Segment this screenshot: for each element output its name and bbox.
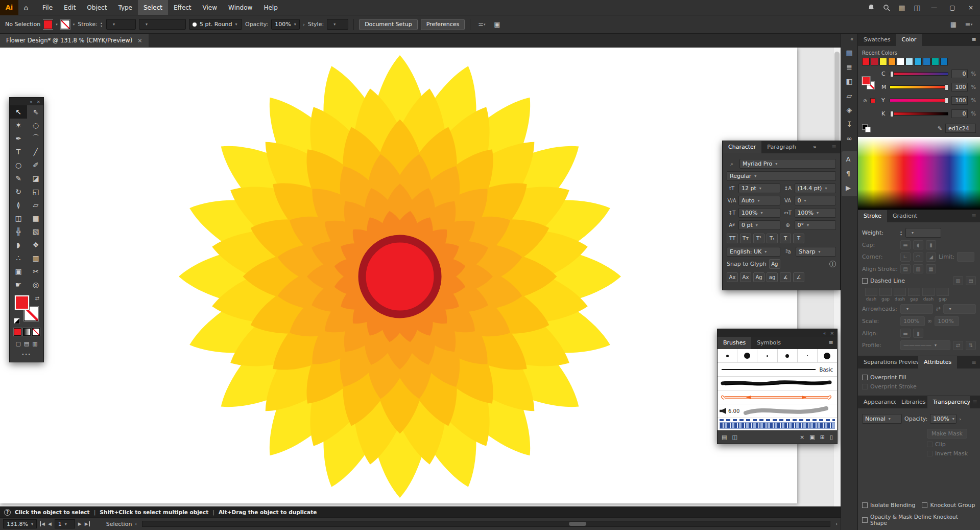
- tab-libraries[interactable]: Libraries: [896, 396, 927, 408]
- font-family-select[interactable]: Myriad Pro: [739, 159, 836, 169]
- knockout-group-checkbox[interactable]: [922, 502, 927, 508]
- all-caps-button[interactable]: TT: [727, 234, 738, 243]
- small-caps-button[interactable]: Tт: [740, 234, 751, 243]
- default-fill-stroke-icon[interactable]: [14, 318, 20, 324]
- align-outside-icon[interactable]: ▦: [926, 264, 936, 273]
- dash-gap-field[interactable]: dash: [922, 288, 935, 302]
- brush-options-icon[interactable]: ▣: [809, 434, 815, 441]
- actions-panel-icon[interactable]: ▶: [842, 181, 855, 194]
- menu-item-effect[interactable]: Effect: [168, 0, 197, 15]
- maximize-button[interactable]: ▢: [943, 0, 962, 15]
- slider-thumb[interactable]: [890, 71, 894, 77]
- rotation-select[interactable]: 0°: [795, 220, 836, 230]
- workspace-switcher-icon[interactable]: ▦: [894, 0, 910, 15]
- links-panel-icon[interactable]: ∞: [843, 132, 856, 145]
- transparency-opacity-select[interactable]: 100%: [930, 414, 957, 424]
- none-button[interactable]: [32, 328, 40, 336]
- close-document-icon[interactable]: ×: [137, 37, 142, 44]
- document-tab[interactable]: Flower Design* @ 131.8 % (CMYK/Preview) …: [0, 34, 149, 47]
- channel-slider[interactable]: [890, 112, 948, 116]
- recent-color-swatch[interactable]: [931, 58, 939, 65]
- align-inside-icon[interactable]: ▥: [913, 264, 923, 273]
- menu-item-window[interactable]: Window: [223, 0, 258, 15]
- artboard-number-select[interactable]: 1: [55, 519, 75, 528]
- recent-color-swatch[interactable]: [888, 58, 896, 65]
- underline-button[interactable]: T: [780, 234, 791, 243]
- transparency-menu-icon[interactable]: ≡: [970, 396, 980, 408]
- tab-color[interactable]: Color: [896, 34, 922, 46]
- stroke-weight-stepper[interactable]: ▴▾: [101, 21, 102, 28]
- zoom-tool[interactable]: ◎: [27, 278, 44, 291]
- channel-slider[interactable]: [890, 72, 948, 76]
- font-size-select[interactable]: 12 pt: [738, 183, 780, 193]
- hex-edit-icon[interactable]: ✎: [938, 125, 942, 132]
- selection-tool[interactable]: ↖: [10, 105, 27, 119]
- tab-attributes[interactable]: Attributes: [918, 356, 957, 368]
- channel-slider[interactable]: [890, 99, 948, 102]
- recent-color-swatch[interactable]: [923, 58, 930, 65]
- recent-color-swatch[interactable]: [879, 58, 887, 65]
- strikethrough-button[interactable]: T: [793, 234, 804, 243]
- fill-color-swatch[interactable]: [43, 20, 53, 29]
- extend-arrow-icon[interactable]: ▬: [900, 329, 911, 338]
- basic-brush[interactable]: Basic: [718, 363, 837, 377]
- workspace-menu-icon[interactable]: ≡▾: [963, 18, 975, 31]
- new-brush-icon[interactable]: ⊞: [820, 434, 825, 441]
- document-setup-button[interactable]: Document Setup: [359, 19, 418, 30]
- width-tool[interactable]: ≬: [10, 198, 27, 212]
- direct-selection-tool[interactable]: ⇖: [27, 105, 44, 119]
- leading-select[interactable]: (14.4 pt): [795, 183, 836, 193]
- bounding-box-icon[interactable]: ▣: [491, 18, 503, 31]
- calligraphic-brush[interactable]: [778, 349, 798, 362]
- brush-libraries-icon[interactable]: ▤: [722, 434, 727, 441]
- pathfinder-panel-icon[interactable]: ◧: [843, 75, 856, 88]
- delete-brush-icon[interactable]: ▯: [830, 434, 833, 441]
- black-white-proxy[interactable]: [862, 124, 872, 132]
- layers-panel-icon[interactable]: ◈: [843, 103, 856, 117]
- scale-start-field[interactable]: 100%: [900, 316, 925, 326]
- arrowhead-start-select[interactable]: [900, 304, 933, 314]
- menu-item-view[interactable]: View: [197, 0, 223, 15]
- paintbrush-tool[interactable]: ✐: [27, 158, 44, 172]
- menu-item-help[interactable]: Help: [258, 0, 283, 15]
- hand-tool[interactable]: ☛: [10, 278, 27, 291]
- line-segment-tool[interactable]: ╱: [27, 145, 44, 158]
- tab-paragraph[interactable]: Paragraph: [761, 141, 801, 153]
- bell-icon[interactable]: [864, 0, 879, 15]
- isolate-blending-checkbox[interactable]: [862, 502, 868, 508]
- fill-caret-icon[interactable]: ▾: [56, 22, 58, 27]
- snap-glyph-button[interactable]: ag: [767, 272, 778, 282]
- snap-anchor-button[interactable]: ∠: [793, 272, 804, 282]
- omdks-checkbox[interactable]: [862, 517, 868, 523]
- lasso-tool[interactable]: ◌: [27, 119, 44, 132]
- dash-gap-field[interactable]: dash: [865, 288, 877, 302]
- recent-color-swatch[interactable]: [905, 58, 913, 65]
- recent-color-swatch[interactable]: [871, 58, 878, 65]
- slider-thumb[interactable]: [945, 84, 948, 90]
- recent-color-swatch[interactable]: [862, 58, 870, 65]
- illustrator-logo[interactable]: Ai: [0, 0, 18, 15]
- draw-behind-icon[interactable]: ▤: [24, 340, 29, 347]
- shape-builder-tool[interactable]: ◫: [10, 212, 27, 225]
- first-artboard-icon[interactable]: ◀: [40, 521, 45, 526]
- align-center-icon[interactable]: ▤: [900, 264, 911, 273]
- horizontal-scrollbar-thumb[interactable]: [569, 522, 586, 526]
- horizontal-scale-select[interactable]: 100%: [795, 208, 836, 218]
- libraries-panel-icon[interactable]: ▱: [843, 89, 856, 102]
- type-tool[interactable]: T: [10, 145, 27, 158]
- eyedropper-tool[interactable]: ◗: [10, 238, 27, 251]
- magic-wand-tool[interactable]: ✶: [10, 119, 27, 132]
- stroke-weight-select[interactable]: [106, 19, 136, 30]
- graphic-style-select[interactable]: [327, 19, 348, 30]
- subscript-button[interactable]: T₁: [767, 234, 778, 243]
- color-spectrum[interactable]: [858, 137, 980, 210]
- opacity-more-icon[interactable]: ›: [303, 22, 305, 27]
- calligraphic-brush[interactable]: [718, 349, 737, 362]
- font-style-select[interactable]: Regular: [727, 171, 836, 181]
- pattern-brush[interactable]: [718, 418, 837, 430]
- snap-ag-button[interactable]: Ag: [769, 259, 780, 269]
- calligraphic-brush[interactable]: [818, 349, 837, 362]
- place-arrow-icon[interactable]: ▮: [913, 329, 923, 338]
- anti-alias-select[interactable]: Sharp: [796, 247, 836, 257]
- expand-panels-icon[interactable]: «: [850, 36, 853, 42]
